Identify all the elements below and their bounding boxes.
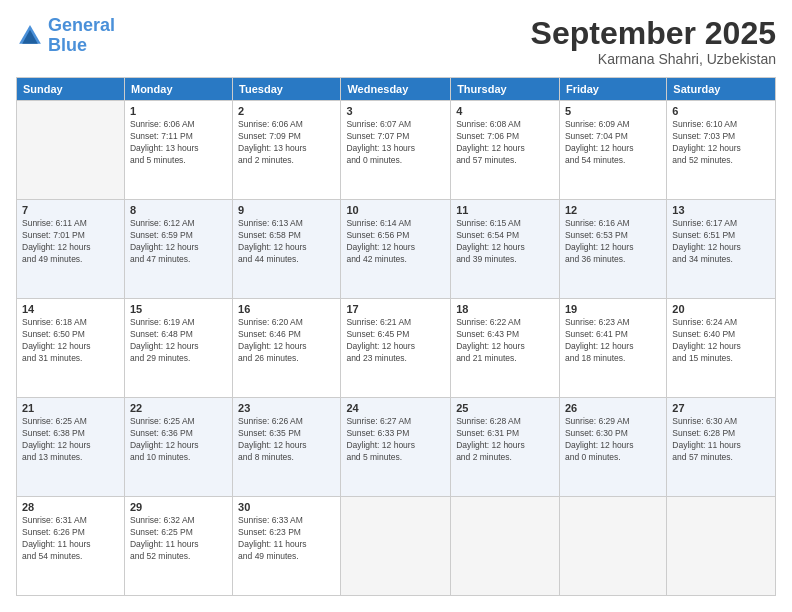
day-info: Sunrise: 6:08 AM Sunset: 7:06 PM Dayligh…	[456, 119, 554, 167]
calendar-cell: 24Sunrise: 6:27 AM Sunset: 6:33 PM Dayli…	[341, 398, 451, 497]
day-number: 13	[672, 204, 770, 216]
location-subtitle: Karmana Shahri, Uzbekistan	[531, 51, 776, 67]
calendar-cell: 15Sunrise: 6:19 AM Sunset: 6:48 PM Dayli…	[124, 299, 232, 398]
logo-text: General Blue	[48, 16, 115, 56]
day-number: 22	[130, 402, 227, 414]
day-info: Sunrise: 6:15 AM Sunset: 6:54 PM Dayligh…	[456, 218, 554, 266]
logo-line1: General	[48, 15, 115, 35]
day-number: 12	[565, 204, 661, 216]
day-number: 29	[130, 501, 227, 513]
day-number: 14	[22, 303, 119, 315]
day-number: 9	[238, 204, 335, 216]
calendar-cell: 18Sunrise: 6:22 AM Sunset: 6:43 PM Dayli…	[451, 299, 560, 398]
day-number: 30	[238, 501, 335, 513]
day-number: 16	[238, 303, 335, 315]
day-info: Sunrise: 6:16 AM Sunset: 6:53 PM Dayligh…	[565, 218, 661, 266]
calendar-week-row: 1Sunrise: 6:06 AM Sunset: 7:11 PM Daylig…	[17, 101, 776, 200]
logo: General Blue	[16, 16, 115, 56]
calendar-cell: 29Sunrise: 6:32 AM Sunset: 6:25 PM Dayli…	[124, 497, 232, 596]
calendar-cell: 12Sunrise: 6:16 AM Sunset: 6:53 PM Dayli…	[559, 200, 666, 299]
weekday-header-row: SundayMondayTuesdayWednesdayThursdayFrid…	[17, 78, 776, 101]
day-number: 6	[672, 105, 770, 117]
day-info: Sunrise: 6:17 AM Sunset: 6:51 PM Dayligh…	[672, 218, 770, 266]
day-info: Sunrise: 6:10 AM Sunset: 7:03 PM Dayligh…	[672, 119, 770, 167]
logo-line2: Blue	[48, 35, 87, 55]
day-info: Sunrise: 6:06 AM Sunset: 7:09 PM Dayligh…	[238, 119, 335, 167]
day-number: 17	[346, 303, 445, 315]
calendar-cell: 3Sunrise: 6:07 AM Sunset: 7:07 PM Daylig…	[341, 101, 451, 200]
day-info: Sunrise: 6:27 AM Sunset: 6:33 PM Dayligh…	[346, 416, 445, 464]
day-number: 23	[238, 402, 335, 414]
day-number: 25	[456, 402, 554, 414]
calendar-cell: 4Sunrise: 6:08 AM Sunset: 7:06 PM Daylig…	[451, 101, 560, 200]
calendar-cell	[451, 497, 560, 596]
day-info: Sunrise: 6:25 AM Sunset: 6:36 PM Dayligh…	[130, 416, 227, 464]
calendar-cell: 5Sunrise: 6:09 AM Sunset: 7:04 PM Daylig…	[559, 101, 666, 200]
calendar-cell: 27Sunrise: 6:30 AM Sunset: 6:28 PM Dayli…	[667, 398, 776, 497]
day-number: 4	[456, 105, 554, 117]
day-number: 7	[22, 204, 119, 216]
day-number: 28	[22, 501, 119, 513]
day-number: 2	[238, 105, 335, 117]
day-info: Sunrise: 6:19 AM Sunset: 6:48 PM Dayligh…	[130, 317, 227, 365]
calendar-cell	[341, 497, 451, 596]
day-info: Sunrise: 6:11 AM Sunset: 7:01 PM Dayligh…	[22, 218, 119, 266]
calendar-cell: 26Sunrise: 6:29 AM Sunset: 6:30 PM Dayli…	[559, 398, 666, 497]
month-title: September 2025	[531, 16, 776, 51]
calendar-cell: 8Sunrise: 6:12 AM Sunset: 6:59 PM Daylig…	[124, 200, 232, 299]
day-info: Sunrise: 6:32 AM Sunset: 6:25 PM Dayligh…	[130, 515, 227, 563]
weekday-header: Thursday	[451, 78, 560, 101]
day-number: 15	[130, 303, 227, 315]
weekday-header: Monday	[124, 78, 232, 101]
weekday-header: Friday	[559, 78, 666, 101]
calendar-week-row: 14Sunrise: 6:18 AM Sunset: 6:50 PM Dayli…	[17, 299, 776, 398]
day-number: 18	[456, 303, 554, 315]
day-info: Sunrise: 6:18 AM Sunset: 6:50 PM Dayligh…	[22, 317, 119, 365]
weekday-header: Sunday	[17, 78, 125, 101]
calendar-cell: 2Sunrise: 6:06 AM Sunset: 7:09 PM Daylig…	[233, 101, 341, 200]
day-info: Sunrise: 6:31 AM Sunset: 6:26 PM Dayligh…	[22, 515, 119, 563]
calendar-cell: 1Sunrise: 6:06 AM Sunset: 7:11 PM Daylig…	[124, 101, 232, 200]
day-number: 1	[130, 105, 227, 117]
calendar-week-row: 7Sunrise: 6:11 AM Sunset: 7:01 PM Daylig…	[17, 200, 776, 299]
weekday-header: Wednesday	[341, 78, 451, 101]
weekday-header: Saturday	[667, 78, 776, 101]
day-info: Sunrise: 6:07 AM Sunset: 7:07 PM Dayligh…	[346, 119, 445, 167]
calendar-cell	[559, 497, 666, 596]
day-info: Sunrise: 6:22 AM Sunset: 6:43 PM Dayligh…	[456, 317, 554, 365]
calendar-cell: 22Sunrise: 6:25 AM Sunset: 6:36 PM Dayli…	[124, 398, 232, 497]
calendar-cell: 10Sunrise: 6:14 AM Sunset: 6:56 PM Dayli…	[341, 200, 451, 299]
calendar-cell: 11Sunrise: 6:15 AM Sunset: 6:54 PM Dayli…	[451, 200, 560, 299]
day-number: 26	[565, 402, 661, 414]
day-number: 21	[22, 402, 119, 414]
day-number: 11	[456, 204, 554, 216]
day-number: 8	[130, 204, 227, 216]
calendar-cell: 6Sunrise: 6:10 AM Sunset: 7:03 PM Daylig…	[667, 101, 776, 200]
day-info: Sunrise: 6:09 AM Sunset: 7:04 PM Dayligh…	[565, 119, 661, 167]
calendar-week-row: 21Sunrise: 6:25 AM Sunset: 6:38 PM Dayli…	[17, 398, 776, 497]
day-info: Sunrise: 6:24 AM Sunset: 6:40 PM Dayligh…	[672, 317, 770, 365]
header: General Blue September 2025 Karmana Shah…	[16, 16, 776, 67]
day-info: Sunrise: 6:23 AM Sunset: 6:41 PM Dayligh…	[565, 317, 661, 365]
day-info: Sunrise: 6:20 AM Sunset: 6:46 PM Dayligh…	[238, 317, 335, 365]
day-info: Sunrise: 6:25 AM Sunset: 6:38 PM Dayligh…	[22, 416, 119, 464]
calendar-cell: 25Sunrise: 6:28 AM Sunset: 6:31 PM Dayli…	[451, 398, 560, 497]
day-info: Sunrise: 6:26 AM Sunset: 6:35 PM Dayligh…	[238, 416, 335, 464]
day-info: Sunrise: 6:30 AM Sunset: 6:28 PM Dayligh…	[672, 416, 770, 464]
calendar-cell: 7Sunrise: 6:11 AM Sunset: 7:01 PM Daylig…	[17, 200, 125, 299]
calendar-cell	[17, 101, 125, 200]
calendar-cell: 20Sunrise: 6:24 AM Sunset: 6:40 PM Dayli…	[667, 299, 776, 398]
page: General Blue September 2025 Karmana Shah…	[0, 0, 792, 612]
weekday-header: Tuesday	[233, 78, 341, 101]
calendar-cell: 13Sunrise: 6:17 AM Sunset: 6:51 PM Dayli…	[667, 200, 776, 299]
day-number: 3	[346, 105, 445, 117]
day-info: Sunrise: 6:14 AM Sunset: 6:56 PM Dayligh…	[346, 218, 445, 266]
calendar-cell: 17Sunrise: 6:21 AM Sunset: 6:45 PM Dayli…	[341, 299, 451, 398]
day-number: 19	[565, 303, 661, 315]
day-number: 27	[672, 402, 770, 414]
calendar-cell: 28Sunrise: 6:31 AM Sunset: 6:26 PM Dayli…	[17, 497, 125, 596]
day-info: Sunrise: 6:28 AM Sunset: 6:31 PM Dayligh…	[456, 416, 554, 464]
day-info: Sunrise: 6:29 AM Sunset: 6:30 PM Dayligh…	[565, 416, 661, 464]
calendar-cell: 19Sunrise: 6:23 AM Sunset: 6:41 PM Dayli…	[559, 299, 666, 398]
logo-icon	[16, 22, 44, 50]
